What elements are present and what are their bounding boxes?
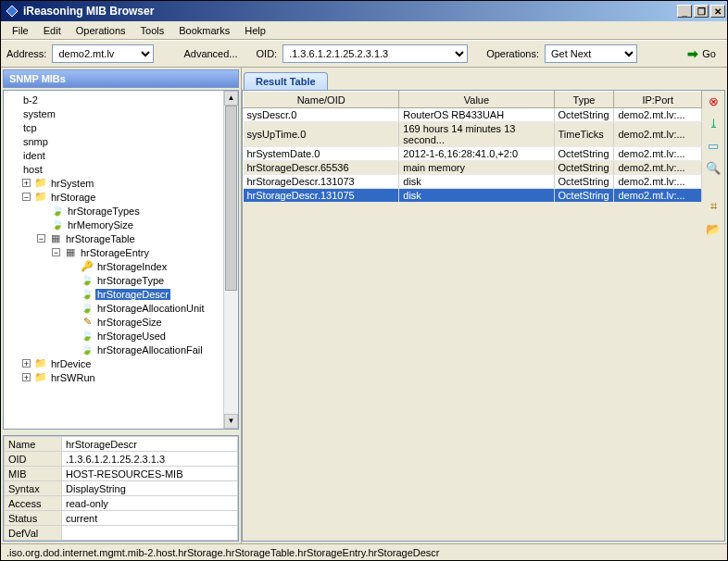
advanced-link[interactable]: Advanced... [183,48,237,59]
prop-row-defval: DefVal [5,526,238,541]
tree-expander[interactable]: − [52,248,60,256]
menu-bookmarks[interactable]: Bookmarks [171,23,237,38]
left-panel-header: SNMP MIBs [3,69,239,88]
col-value[interactable]: Value [399,92,554,108]
menu-edit[interactable]: Edit [36,23,69,38]
tree-node-hrStorageIndex[interactable]: 🔑hrStorageIndex [6,259,238,273]
go-button[interactable]: ➡ Go [682,44,722,63]
mib-tree[interactable]: b-2systemtcpsnmpidenthost+📁hrSystem−📁hrS… [3,90,239,430]
tree-label: hrStorage [49,192,97,203]
status-bar: .iso.org.dod.internet.mgmt.mib-2.host.hr… [1,543,727,560]
tree-node-hrSystem[interactable]: +📁hrSystem [6,176,238,190]
tree-label: hrStorageEntry [79,247,151,258]
tool-icon-1[interactable]: ⌗ [705,198,722,215]
tree-expander[interactable]: + [22,373,31,381]
tree-node-hrStorageUsed[interactable]: 🍃hrStorageUsed [6,329,238,343]
oid-combo[interactable]: .1.3.6.1.2.1.25.2.3.1.3 [282,44,468,63]
maximize-button[interactable]: ❐ [694,5,709,18]
tree-label: ident [21,150,47,161]
property-table: NamehrStorageDescrOID.1.3.6.1.2.1.25.2.3… [3,435,239,542]
main-area: SNMP MIBs b-2systemtcpsnmpidenthost+📁hrS… [1,68,727,543]
tree-node-hrStorage[interactable]: −📁hrStorage [6,190,238,204]
tree-expander[interactable]: + [22,359,31,368]
tree-node-hrSWRun[interactable]: +📁hrSWRun [6,370,238,384]
key-icon: 🔑 [81,260,94,273]
table-row[interactable]: hrStorageDescr.131075diskOctetStringdemo… [244,189,702,203]
go-arrow-icon: ➡ [687,46,698,61]
tree-node-snmp[interactable]: snmp [6,134,238,148]
tree-expander[interactable]: + [22,179,31,187]
menu-file[interactable]: File [5,23,36,38]
pencil-icon: ✎ [81,316,94,329]
table-row[interactable]: hrStorageDescr.65536main memoryOctetStri… [244,161,702,175]
tree-expander[interactable]: − [22,193,31,201]
tab-result-table[interactable]: Result Table [244,72,328,90]
tree-node-hrMemorySize[interactable]: 🍃hrMemorySize [6,218,238,231]
export-icon[interactable]: ⤓ [705,115,722,131]
tree-label: hrDevice [49,358,93,369]
menu-operations[interactable]: Operations [69,23,133,38]
tree-label: hrMemorySize [66,219,135,231]
tree-node-b-2[interactable]: b-2 [6,93,238,106]
app-icon [5,4,19,19]
toolbar: Address: demo2.mt.lv Advanced... OID: .1… [1,40,727,68]
leaf-icon: 🍃 [51,205,64,218]
table-row[interactable]: hrSystemDate.02012-1-6,16:28:41.0,+2:0Oc… [244,147,702,161]
tree-node-hrStorageAllocationFail[interactable]: 🍃hrStorageAllocationFail [6,343,238,356]
tree-expander[interactable]: − [37,234,45,243]
leaf-icon: 🍃 [81,288,94,301]
window-title: iReasoning MIB Browser [23,5,677,18]
folder-icon: 📁 [34,177,47,190]
prop-row-syntax: SyntaxDisplayString [5,481,238,496]
tree-node-hrStorageEntry[interactable]: −▦hrStorageEntry [6,245,238,259]
result-grid[interactable]: Name/OIDValueTypeIP:PortsysDescr.0Router… [243,91,702,541]
left-panel: SNMP MIBs b-2systemtcpsnmpidenthost+📁hrS… [1,68,242,543]
tree-node-hrStorageType[interactable]: 🍃hrStorageType [6,273,238,287]
prop-row-name: NamehrStorageDescr [5,437,238,452]
menu-tools[interactable]: Tools [133,23,172,38]
table-row[interactable]: hrStorageDescr.131073diskOctetStringdemo… [244,175,702,189]
tree-label: hrStorageAllocationUnit [95,303,207,314]
table-row[interactable]: sysUpTime.0169 hours 14 minutes 13 secon… [244,122,702,147]
prop-row-status: Statuscurrent [5,511,238,526]
folder-icon: 📁 [34,191,47,204]
tab-strip: Result Table [242,69,725,90]
tree-label: hrSystem [49,178,95,189]
close-button[interactable]: ✕ [710,5,725,18]
tree-label: hrStorageAllocationFail [95,344,205,355]
operations-combo[interactable]: Get Next [545,44,637,63]
tree-node-host[interactable]: host [6,162,238,176]
minimize-button[interactable]: _ [677,5,692,18]
tree-scrollbar[interactable]: ▲▼ [223,91,238,429]
table-row[interactable]: sysDescr.0RouterOS RB433UAHOctetStringde… [244,108,702,122]
tree-node-hrStorageTable[interactable]: −▦hrStorageTable [6,231,238,245]
col-nameoid[interactable]: Name/OID [244,92,399,108]
search-icon[interactable]: 🔍 [705,159,722,176]
right-panel: Result Table Name/OIDValueTypeIP:Portsys… [242,68,727,543]
tree-label: hrStorageTypes [66,206,142,217]
tree-node-tcp[interactable]: tcp [6,120,238,134]
address-label: Address: [6,48,46,59]
tree-node-hrStorageAllocationUnit[interactable]: 🍃hrStorageAllocationUnit [6,301,238,315]
svg-marker-0 [6,6,18,17]
tree-node-ident[interactable]: ident [6,148,238,162]
tree-node-hrStorageDescr[interactable]: 🍃hrStorageDescr [6,287,238,301]
delete-icon[interactable]: ⊗ [705,93,722,109]
address-combo[interactable]: demo2.mt.lv [52,44,154,63]
side-toolbar: ⊗ ⤓ ▭ 🔍 ⌗ 📂 [702,91,724,541]
tree-node-hrStorageTypes[interactable]: 🍃hrStorageTypes [6,204,238,218]
leaf-icon: 🍃 [81,343,94,356]
title-bar: iReasoning MIB Browser _ ❐ ✕ [1,1,727,21]
col-ipport[interactable]: IP:Port [614,92,702,108]
tree-label: hrStorageTable [64,233,137,244]
menu-help[interactable]: Help [237,23,273,38]
col-type[interactable]: Type [554,92,614,108]
tree-node-hrStorageSize[interactable]: ✎hrStorageSize [6,315,238,329]
prop-row-mib: MIBHOST-RESOURCES-MIB [5,467,238,481]
tree-node-hrDevice[interactable]: +📁hrDevice [6,356,238,370]
folder-icon: 📁 [34,357,47,370]
tree-node-system[interactable]: system [6,106,238,120]
table-icon: ▦ [49,232,62,245]
new-doc-icon[interactable]: ▭ [705,137,722,154]
open-folder-icon[interactable]: 📂 [705,220,722,237]
